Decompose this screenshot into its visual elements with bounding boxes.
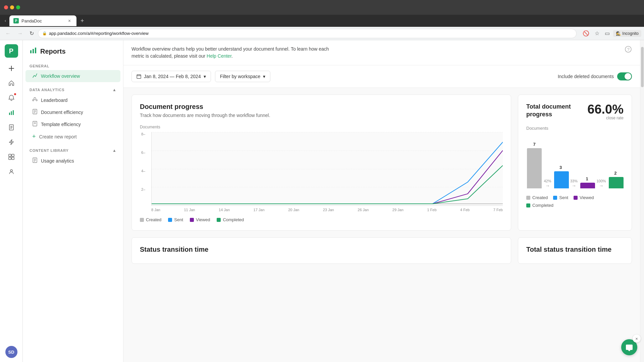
help-btn[interactable]: ? — [625, 46, 632, 55]
sidebar-toggle-icon[interactable]: ▭ — [603, 29, 612, 38]
sidebar-item-create-new-report[interactable]: + Create new report — [25, 130, 120, 143]
y-axis-labels: 8– 6– 4– 2– — [141, 132, 145, 206]
sidebar-item-usage-analytics[interactable]: Usage analytics — [25, 155, 120, 167]
docs-label: Documents — [526, 126, 624, 131]
forward-btn[interactable]: → — [15, 29, 25, 38]
user-avatar[interactable]: SD — [5, 346, 17, 358]
svg-rect-2 — [9, 113, 10, 115]
intro-text-after: . — [231, 53, 233, 59]
window-minimize-btn[interactable] — [10, 5, 14, 9]
close-rate-number: 66.0% — [587, 103, 624, 116]
bookmark-icon[interactable]: ☆ — [593, 29, 601, 38]
content-library-label: CONTENT LIBRARY — [30, 148, 69, 153]
rail-documents-btn[interactable] — [5, 121, 18, 134]
help-center-link[interactable]: Help Center — [207, 53, 231, 59]
charts-row-1: Document progress Track how documents ar… — [131, 95, 632, 231]
rail-reports-btn[interactable] — [5, 106, 18, 119]
rail-notifications-btn[interactable] — [5, 91, 18, 105]
rail-templates-btn[interactable] — [5, 150, 18, 164]
lock-icon: 🔒 — [42, 31, 47, 36]
sidebar-item-label: Workflow overview — [41, 73, 80, 79]
svg-rect-3 — [11, 111, 12, 115]
document-progress-title: Document progress — [140, 103, 503, 111]
tab-close-btn[interactable]: × — [66, 18, 72, 24]
workspace-dropdown-icon: ▾ — [263, 74, 265, 79]
workspace-filter-btn[interactable]: Filter by workspace ▾ — [215, 71, 271, 82]
intro-text: Workflow overview charts help you better… — [131, 46, 333, 60]
data-analytics-label: DATA ANALYTICS — [30, 88, 64, 92]
sidebar-item-template-efficiency[interactable]: Template efficiency — [25, 118, 120, 130]
status-transition-title: Status transition time — [140, 246, 503, 253]
total-legend-created-label: Created — [532, 195, 548, 200]
legend-created-label: Created — [146, 217, 161, 222]
plus-icon: + — [32, 133, 36, 140]
funnel-bar-completed — [609, 177, 624, 188]
window-close-btn[interactable] — [4, 5, 8, 9]
sidebar-item-workflow-overview[interactable]: Workflow overview — [25, 70, 120, 82]
include-deleted-toggle[interactable] — [617, 72, 632, 80]
rail-home-btn[interactable] — [5, 76, 18, 90]
svg-rect-33 — [137, 75, 141, 78]
legend-sent-dot — [168, 218, 172, 222]
rail-contacts-btn[interactable] — [5, 165, 18, 178]
total-legend-created: Created — [526, 195, 548, 200]
calendar-icon — [137, 74, 141, 79]
leaderboard-icon — [32, 97, 38, 104]
total-legend-viewed-dot — [574, 196, 578, 200]
sidebar-item-document-efficiency[interactable]: Document efficiency — [25, 106, 120, 118]
usage-analytics-icon — [32, 158, 38, 164]
funnel-pct-row — [526, 188, 624, 191]
rail-add-btn[interactable] — [5, 62, 18, 75]
data-analytics-collapse-btn[interactable]: ▲ — [112, 87, 116, 92]
new-tab-btn[interactable]: + — [78, 16, 87, 26]
scrollbar[interactable] — [640, 40, 644, 362]
top-bar: Workflow overview charts help you better… — [123, 40, 640, 65]
legend-sent-label: Sent — [174, 217, 183, 222]
funnel-bar-created — [527, 148, 542, 188]
eye-slash-icon[interactable]: 🚫 — [581, 29, 591, 38]
svg-rect-4 — [13, 110, 14, 115]
general-section-label: GENERAL — [23, 59, 123, 70]
x-axis-labels: 8 Jan 11 Jan 14 Jan 17 Jan 20 Jan 23 Jan… — [151, 206, 503, 212]
svg-rect-14 — [30, 50, 32, 53]
legend-completed: Completed — [217, 217, 244, 222]
legend-created: Created — [140, 217, 161, 222]
usage-analytics-label: Usage analytics — [41, 158, 74, 164]
total-legend-viewed-label: Viewed — [580, 195, 594, 200]
total-document-progress-card: Total document progress 66.0% close rate… — [518, 95, 632, 231]
chat-close-btn[interactable]: × — [633, 335, 641, 343]
close-rate-container: 66.0% close rate — [587, 103, 624, 120]
active-tab[interactable]: P PandaDoc × — [9, 15, 76, 26]
funnel-count-completed: 2 — [614, 171, 616, 176]
funnel-connector-3: 100% → — [595, 179, 607, 188]
svg-point-17 — [34, 98, 36, 100]
legend-viewed-label: Viewed — [196, 217, 210, 222]
document-efficiency-label: Document efficiency — [41, 110, 83, 115]
sidebar-item-leaderboard[interactable]: Leaderboard — [25, 94, 120, 106]
nav-actions: 🚫 ☆ ▭ 🕵 Incognito — [581, 29, 641, 38]
tab-favicon: P — [13, 18, 19, 23]
funnel-count-viewed: 1 — [586, 176, 588, 181]
status-transition-card: Status transition time — [131, 237, 511, 264]
incognito-btn[interactable]: 🕵 Incognito — [613, 30, 641, 37]
window-maximize-btn[interactable] — [16, 5, 20, 9]
url-bar[interactable]: 🔒 app.pandadoc.com/a/#/reporting/workflo… — [38, 29, 577, 38]
funnel-count-created: 7 — [533, 142, 536, 147]
funnel-connector-2: 33% → — [569, 179, 579, 188]
refresh-btn[interactable]: ↻ — [27, 29, 37, 38]
back-btn[interactable]: ← — [3, 29, 13, 38]
date-range-picker[interactable]: Jan 8, 2024 — Feb 8, 2024 ▾ — [131, 71, 211, 82]
funnel-step-viewed: 1 — [579, 176, 595, 188]
svg-rect-15 — [33, 49, 34, 53]
app-logo[interactable]: P — [5, 44, 18, 58]
total-legend-created-dot — [526, 196, 530, 200]
url-text: app.pandadoc.com/a/#/reporting/workflow-… — [49, 31, 572, 36]
svg-point-19 — [36, 100, 37, 101]
document-progress-subtitle: Track how documents are moving through t… — [140, 113, 503, 118]
funnel-step-completed: 2 — [607, 171, 624, 188]
tab-group-arrow[interactable]: ‹ — [3, 17, 8, 24]
rail-lightning-btn[interactable] — [5, 135, 18, 149]
line-chart-svg — [152, 132, 503, 205]
content-library-collapse-btn[interactable]: ▲ — [112, 148, 116, 153]
legend-sent: Sent — [168, 217, 183, 222]
